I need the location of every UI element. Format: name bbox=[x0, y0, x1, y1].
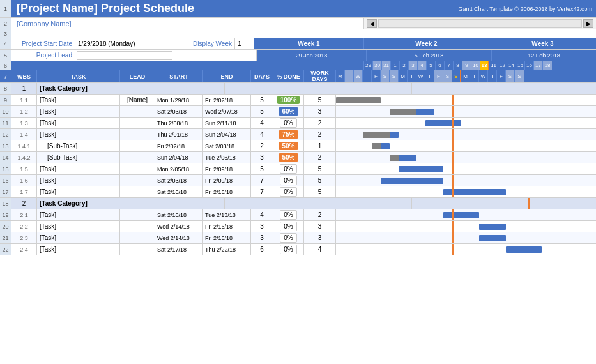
row-num-16: 16 bbox=[0, 175, 11, 186]
row-num-12: 12 bbox=[0, 129, 11, 140]
display-week-label: Display Week bbox=[171, 38, 235, 49]
company-name: [Company Name] bbox=[17, 20, 72, 27]
company-cell: [Company Name] bbox=[11, 18, 364, 29]
row-num-20: 20 bbox=[0, 221, 11, 232]
info-row-4: 4 Project Start Date 1/29/2018 (Monday) … bbox=[0, 38, 596, 50]
display-week-value: 1 bbox=[235, 38, 254, 49]
row-num-9: 9 bbox=[0, 95, 11, 105]
row-12: 12 1.4 [Task] Thu 2/01/18 Sun 2/04/18 4 … bbox=[0, 129, 596, 140]
row-num-13: 13 bbox=[0, 140, 11, 151]
week1-date: 29 Jan 2018 bbox=[257, 50, 367, 61]
week3-header: Week 3 bbox=[489, 38, 596, 49]
col-end: END bbox=[203, 70, 251, 82]
row-num-2: 2 bbox=[0, 18, 11, 29]
gantt-row-19 bbox=[336, 209, 596, 220]
gantt-row-14 bbox=[336, 152, 596, 163]
project-start-label: Project Start Date bbox=[11, 38, 75, 49]
gantt-row-21 bbox=[336, 232, 596, 243]
row-num-6: 6 bbox=[0, 61, 11, 70]
gantt-row-15 bbox=[336, 163, 596, 174]
week2-date: 5 Feb 2018 bbox=[367, 50, 492, 61]
col-days: DAYS bbox=[251, 70, 273, 82]
row-num-21: 21 bbox=[0, 232, 11, 243]
row-num-14: 14 bbox=[0, 152, 11, 163]
row-17: 17 1.7 [Task] Sat 2/10/18 Fri 2/16/18 7 … bbox=[0, 186, 596, 198]
day-numbers-row: 6 29 30 31 1 2 3 4 5 6 7 8 9 10 13 11 12… bbox=[0, 61, 596, 70]
row-16: 16 1.6 [Task] Sat 2/03/18 Fri 2/09/18 7 … bbox=[0, 175, 596, 186]
scrollbar-track[interactable] bbox=[378, 19, 582, 28]
row-8-category: 8 1 [Task Category] bbox=[0, 83, 596, 95]
project-title-cell: [Project Name] Project Schedule bbox=[11, 0, 455, 17]
col-start: START bbox=[155, 70, 203, 82]
row-3: 3 bbox=[0, 29, 596, 38]
copyright: Gantt Chart Template © 2006-2018 by Vert… bbox=[455, 0, 596, 17]
gantt-bar-9 bbox=[336, 97, 381, 103]
row-num-19: 19 bbox=[0, 209, 11, 220]
col-titles-row: 7 WBS TASK LEAD START END DAYS % DONE WO… bbox=[0, 70, 596, 83]
today-letter-col: S bbox=[452, 70, 461, 82]
today-date-13: 13 bbox=[480, 61, 489, 70]
row-11: 11 1.3 [Task] Thu 2/08/18 Sun 2/11/18 4 … bbox=[0, 118, 596, 129]
row-22: 22 2.4 [Task] Sat 2/17/18 Thu 2/22/18 6 … bbox=[0, 244, 596, 255]
project-title: [Project Name] Project Schedule bbox=[11, 0, 455, 18]
row-num-17: 17 bbox=[0, 186, 11, 197]
col-pct: % DONE bbox=[273, 70, 304, 82]
company-row: 2 [Company Name] ◀ ▶ bbox=[0, 18, 596, 29]
gantt-row-22 bbox=[336, 244, 596, 255]
scroll-right-btn[interactable]: ▶ bbox=[583, 19, 593, 28]
row-num-1: 1 bbox=[0, 0, 11, 17]
row-18-category: 18 2 [Task Category] bbox=[0, 198, 596, 209]
row-20: 20 2.2 [Task] Wed 2/14/18 Fri 2/16/18 3 … bbox=[0, 221, 596, 232]
scroll-left-btn[interactable]: ◀ bbox=[367, 19, 377, 28]
row-19: 19 2.1 [Task] Sat 2/10/18 Tue 2/13/18 4 … bbox=[0, 209, 596, 221]
gantt-row-13 bbox=[336, 140, 596, 151]
col-lead: LEAD bbox=[120, 70, 155, 82]
week2-header: Week 2 bbox=[364, 38, 489, 49]
info-row-5: 5 Project Lead 29 Jan 2018 5 Feb 2018 12… bbox=[0, 50, 596, 61]
col-wbs: WBS bbox=[11, 70, 37, 82]
gantt-row-12 bbox=[336, 129, 596, 140]
scrollbar-area: ◀ ▶ bbox=[364, 18, 596, 29]
row-10: 10 1.2 [Task] Sat 2/03/18 Wed 2/07/18 5 … bbox=[0, 106, 596, 118]
row-num-10: 10 bbox=[0, 106, 11, 117]
project-start-value: 1/29/2018 (Monday) bbox=[75, 38, 171, 49]
gantt-row-16 bbox=[336, 175, 596, 186]
row-num-4: 4 bbox=[0, 38, 11, 49]
spreadsheet: 1 [Project Name] Project Schedule Gantt … bbox=[0, 0, 596, 364]
row-13: 13 1.4.1 [Sub-Task] Fri 2/02/18 Sat 2/03… bbox=[0, 140, 596, 152]
row-num-3: 3 bbox=[0, 29, 11, 38]
gantt-row-9 bbox=[336, 95, 596, 105]
row-num-11: 11 bbox=[0, 118, 11, 128]
title-row: 1 [Project Name] Project Schedule Gantt … bbox=[0, 0, 596, 18]
row-num-7: 7 bbox=[0, 70, 11, 82]
gantt-row-20 bbox=[336, 221, 596, 232]
row-num-18: 18 bbox=[0, 198, 11, 209]
gantt-row-11 bbox=[336, 118, 596, 128]
row-num-22: 22 bbox=[0, 244, 11, 255]
week1-header: Week 1 bbox=[254, 38, 364, 49]
col-workdays: WORKDAYS bbox=[304, 70, 336, 82]
row-14: 14 1.4.2 [Sub-Task] Sun 2/04/18 Tue 2/06… bbox=[0, 152, 596, 163]
week3-date: 12 Feb 2018 bbox=[492, 50, 596, 61]
col-task: TASK bbox=[37, 70, 120, 82]
row-21: 21 2.3 [Task] Wed 2/14/18 Fri 2/16/18 3 … bbox=[0, 232, 596, 244]
gantt-row-17 bbox=[336, 186, 596, 197]
project-lead-label: Project Lead bbox=[11, 50, 75, 61]
day-numbers-container: 29 30 31 1 2 3 4 5 6 7 8 9 10 13 11 12 1… bbox=[364, 61, 596, 70]
project-lead-input[interactable] bbox=[77, 51, 172, 60]
row-num-5: 5 bbox=[0, 50, 11, 61]
gantt-row-10 bbox=[336, 106, 596, 117]
row-9: 9 1.1 [Task] [Name] Mon 1/29/18 Fri 2/02… bbox=[0, 95, 596, 106]
row-num-15: 15 bbox=[0, 163, 11, 174]
row-num-8: 8 bbox=[0, 83, 11, 94]
row-15: 15 1.5 [Task] Mon 2/05/18 Fri 2/09/18 5 … bbox=[0, 163, 596, 175]
